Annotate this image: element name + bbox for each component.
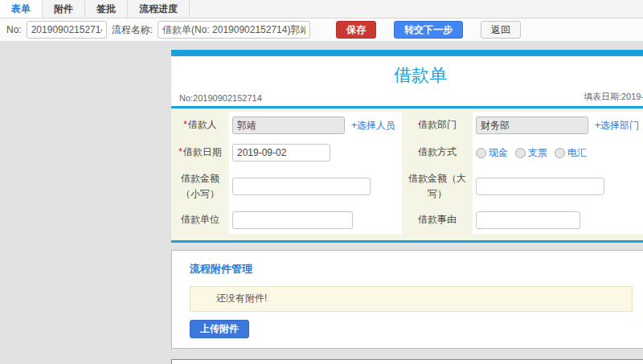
upload-attachment-button[interactable]: 上传附件 xyxy=(190,320,249,338)
attachment-heading: 流程附件管理 xyxy=(190,262,643,276)
loan-form-grid: *借款人 +选择人员 借款部门 +选择部门 *借款日期 xyxy=(171,108,643,240)
select-dept-link[interactable]: +选择部门 xyxy=(595,119,639,133)
loan-method-cell: 现金 支票 电汇 xyxy=(473,139,643,166)
amount-upper-cell xyxy=(473,166,643,207)
back-button[interactable]: 返回 xyxy=(481,21,521,39)
flow-name-input[interactable] xyxy=(158,21,310,39)
form-meta-row: No:20190902152714 填表日期:2019-09-02 15:27:… xyxy=(171,91,643,106)
radio-cash[interactable]: 现金 xyxy=(476,146,508,160)
loan-method-label-text: 借款方式 xyxy=(418,145,457,160)
radio-cheque[interactable]: 支票 xyxy=(515,146,547,160)
dept-label-text: 借款部门 xyxy=(418,117,457,133)
borrower-label-text: 借款人 xyxy=(188,117,217,133)
amount-lower-label-text: 借款金额（小写） xyxy=(174,171,227,202)
amount-upper-label-text: 借款金额（大写） xyxy=(404,171,470,202)
loan-method-radio-group: 现金 支票 电汇 xyxy=(476,146,587,160)
panel-top-bar xyxy=(171,50,643,56)
tab-approval[interactable]: 签批 xyxy=(85,0,128,18)
radio-circle-icon xyxy=(555,148,565,158)
loan-unit-input[interactable] xyxy=(232,211,353,229)
form-date-text: 填表日期:2019-09-02 15:27:1 xyxy=(584,91,643,103)
no-label: No: xyxy=(6,24,22,35)
radio-wire-label: 电汇 xyxy=(567,146,587,160)
amount-upper-label: 借款金额（大写） xyxy=(402,166,473,207)
borrower-input[interactable] xyxy=(232,117,345,134)
loan-unit-label-text: 借款单位 xyxy=(181,212,219,227)
loan-date-input[interactable] xyxy=(232,144,330,162)
dept-label: 借款部门 xyxy=(402,112,473,139)
loan-reason-cell xyxy=(473,207,643,234)
tab-progress-label: 流程进度 xyxy=(139,2,178,16)
radio-circle-icon xyxy=(515,148,526,158)
borrower-cell: +选择人员 xyxy=(229,112,402,139)
loan-reason-label: 借款事由 xyxy=(402,207,473,234)
tab-attachments-label: 附件 xyxy=(54,2,73,16)
loan-date-label: *借款日期 xyxy=(171,139,229,166)
dept-input[interactable] xyxy=(476,117,588,134)
page-background: 借款单 No:20190902152714 填表日期:2019-09-02 15… xyxy=(0,41,643,364)
loan-reason-input[interactable] xyxy=(476,211,580,229)
form-no-text: No:20190902152714 xyxy=(179,93,262,103)
required-mark: * xyxy=(183,117,187,133)
tab-approval-label: 签批 xyxy=(96,2,116,16)
loan-unit-cell xyxy=(229,207,402,234)
tab-bar: 表单 附件 签批 流程进度 xyxy=(0,0,643,18)
loan-reason-label-text: 借款事由 xyxy=(418,212,457,227)
action-toolbar: No: 流程名称: 保存 转交下一步 返回 xyxy=(0,18,643,42)
loan-date-label-text: 借款日期 xyxy=(183,145,222,160)
tab-form-label: 表单 xyxy=(11,2,31,16)
tab-progress[interactable]: 流程进度 xyxy=(128,0,190,18)
amount-upper-input[interactable] xyxy=(476,178,604,195)
radio-wire[interactable]: 电汇 xyxy=(555,146,587,160)
attachment-panel: 流程附件管理 还没有附件! 上传附件 xyxy=(171,250,643,349)
divider-line xyxy=(171,240,643,243)
save-button[interactable]: 保存 xyxy=(336,21,376,39)
amount-lower-input[interactable] xyxy=(232,178,371,195)
loan-date-cell xyxy=(229,139,402,166)
tab-attachments[interactable]: 附件 xyxy=(43,0,85,18)
radio-cheque-label: 支票 xyxy=(528,146,547,160)
no-input[interactable] xyxy=(27,21,107,39)
form-title: 借款单 xyxy=(171,56,643,91)
forward-next-step-button[interactable]: 转交下一步 xyxy=(394,21,463,39)
no-attachment-message: 还没有附件! xyxy=(190,286,633,312)
loan-form-panel: 借款单 No:20190902152714 填表日期:2019-09-02 15… xyxy=(171,50,643,243)
borrower-label: *借款人 xyxy=(171,112,229,139)
required-mark: * xyxy=(178,145,182,160)
select-person-link[interactable]: +选择人员 xyxy=(351,119,395,133)
flow-name-label: 流程名称: xyxy=(112,23,153,37)
approval-panel: 流程签批意见 B I abc ✎ ⚑ xyxy=(171,359,643,364)
loan-method-label: 借款方式 xyxy=(402,139,473,166)
loan-unit-label: 借款单位 xyxy=(171,207,229,234)
radio-cash-label: 现金 xyxy=(489,146,508,160)
tab-form[interactable]: 表单 xyxy=(0,0,43,18)
radio-circle-icon xyxy=(476,148,486,158)
dept-cell: +选择部门 xyxy=(473,112,643,139)
amount-lower-label: 借款金额（小写） xyxy=(171,166,229,207)
amount-lower-cell xyxy=(229,166,402,207)
